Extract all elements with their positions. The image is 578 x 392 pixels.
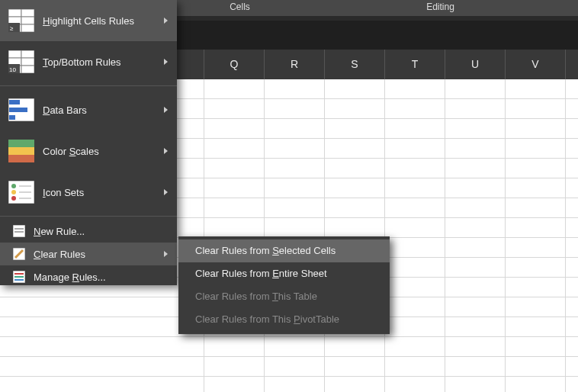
menu-label: Manage Rules... xyxy=(34,272,168,283)
menu-manage-rules[interactable]: Manage Rules... xyxy=(0,265,177,288)
svg-rect-4 xyxy=(21,17,34,24)
column-head[interactable]: S xyxy=(325,50,385,79)
svg-rect-2 xyxy=(21,9,34,17)
menu-label: Data Bars xyxy=(43,104,164,116)
svg-rect-6 xyxy=(21,24,34,32)
svg-rect-22 xyxy=(8,140,34,147)
ribbon-bottom-band xyxy=(177,21,578,50)
menu-label: Color Scales xyxy=(43,146,164,157)
submenu-clear-this-table: Clear Rules from This Table xyxy=(178,285,390,308)
chevron-right-icon xyxy=(164,107,168,113)
chevron-right-icon xyxy=(164,18,168,24)
menu-separator xyxy=(0,216,177,217)
column-head[interactable]: R xyxy=(265,50,325,79)
menu-label: Icon Sets xyxy=(43,187,164,198)
svg-point-27 xyxy=(11,190,16,194)
ribbon-group-cells: Cells xyxy=(177,0,303,16)
conditional-formatting-menu[interactable]: ≥ Highlight Cells Rules 10 Top/Bottom Ru… xyxy=(0,0,177,285)
column-head-spacer[interactable] xyxy=(177,50,204,79)
top-bottom-icon: 10 xyxy=(8,48,35,76)
svg-text:≥: ≥ xyxy=(10,25,14,32)
column-head[interactable]: T xyxy=(385,50,445,79)
menu-color-scales[interactable]: Color Scales xyxy=(0,130,177,172)
menu-data-bars[interactable]: Data Bars xyxy=(0,89,177,130)
manage-rules-icon xyxy=(12,270,26,284)
svg-rect-37 xyxy=(14,273,24,275)
column-headers[interactable]: Q R S T U V xyxy=(177,50,578,79)
svg-rect-15 xyxy=(21,66,34,73)
svg-rect-34 xyxy=(14,231,24,233)
svg-rect-24 xyxy=(8,155,34,162)
svg-rect-1 xyxy=(8,9,21,17)
data-bars-icon xyxy=(8,96,35,124)
svg-rect-20 xyxy=(9,108,27,112)
menu-label: Clear Rules xyxy=(34,249,164,260)
svg-rect-13 xyxy=(21,58,34,66)
submenu-clear-entire-sheet[interactable]: Clear Rules from Entire Sheet xyxy=(178,262,390,285)
menu-label: New Rule... xyxy=(34,226,168,237)
svg-point-28 xyxy=(11,196,16,201)
chevron-right-icon xyxy=(164,59,168,65)
icon-sets-icon xyxy=(8,178,35,206)
menu-label: Top/Bottom Rules xyxy=(43,56,164,68)
svg-point-26 xyxy=(11,184,16,188)
clear-rules-submenu[interactable]: Clear Rules from Selected Cells Clear Ru… xyxy=(178,236,390,334)
menu-top-bottom-rules[interactable]: 10 Top/Bottom Rules xyxy=(0,41,177,82)
column-head[interactable]: U xyxy=(445,50,506,79)
svg-rect-11 xyxy=(21,50,34,58)
svg-rect-33 xyxy=(14,228,24,230)
new-rule-icon xyxy=(12,224,26,238)
menu-clear-rules[interactable]: Clear Rules xyxy=(0,243,177,265)
submenu-clear-selected-cells[interactable]: Clear Rules from Selected Cells xyxy=(178,239,390,262)
chevron-right-icon xyxy=(164,148,168,154)
chevron-right-icon xyxy=(164,189,168,195)
svg-rect-23 xyxy=(8,147,34,155)
menu-icon-sets[interactable]: Icon Sets xyxy=(0,172,177,213)
ribbon-group-labels: Cells Editing xyxy=(177,0,578,16)
menu-new-rule[interactable]: New Rule... xyxy=(0,220,177,243)
svg-rect-39 xyxy=(14,279,24,281)
table-row[interactable] xyxy=(0,377,578,392)
table-row[interactable] xyxy=(0,337,578,357)
column-head[interactable]: Q xyxy=(204,50,265,79)
highlight-cells-icon: ≥ xyxy=(8,7,35,34)
svg-rect-38 xyxy=(14,276,24,278)
svg-text:10: 10 xyxy=(9,66,16,73)
menu-separator xyxy=(0,85,177,86)
table-row[interactable] xyxy=(0,357,578,377)
menu-highlight-cells-rules[interactable]: ≥ Highlight Cells Rules xyxy=(0,0,177,41)
clear-rules-icon xyxy=(12,247,26,261)
svg-rect-21 xyxy=(9,115,15,120)
submenu-clear-this-pivottable: Clear Rules from This PivotTable xyxy=(178,308,390,331)
color-scales-icon xyxy=(8,137,35,165)
chevron-right-icon xyxy=(164,251,168,257)
menu-label: Highlight Cells Rules xyxy=(43,15,164,27)
column-head[interactable]: V xyxy=(506,50,566,79)
svg-rect-10 xyxy=(8,50,21,58)
svg-rect-19 xyxy=(9,100,20,104)
ribbon-group-editing: Editing xyxy=(303,0,578,16)
